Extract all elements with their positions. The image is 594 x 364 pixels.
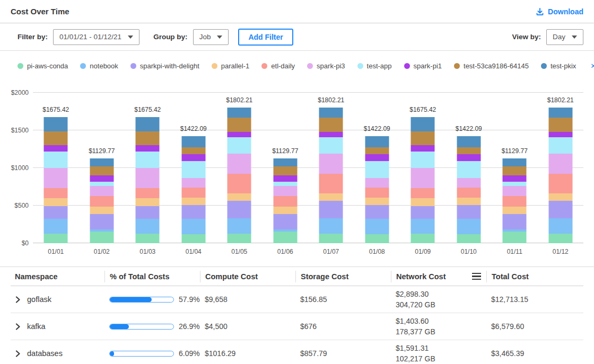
stacked-bar[interactable] <box>319 108 343 243</box>
bar-segment-etl-daily[interactable] <box>181 188 205 198</box>
bar-segment-pi-aws-conda[interactable] <box>365 234 389 243</box>
bar-segment-parallel-1[interactable] <box>136 198 160 206</box>
legend-item-etl-daily[interactable]: etl-daily <box>261 62 295 70</box>
bar-segment-sparkpi-with-delight[interactable] <box>181 205 205 219</box>
bar-segment-spark-pi1[interactable] <box>319 132 343 137</box>
bar-segment-test-53ca9186-64145[interactable] <box>90 166 113 175</box>
bar-segment-sparkpi-with-delight[interactable] <box>228 201 251 218</box>
bar-segment-parallel-1[interactable] <box>503 207 527 214</box>
bar-segment-parallel-1[interactable] <box>319 193 343 201</box>
bar-segment-notebook[interactable] <box>228 218 251 233</box>
bar-segment-spark-pi3[interactable] <box>90 186 113 196</box>
bar-segment-spark-pi1[interactable] <box>503 175 527 182</box>
bar-segment-test-pkix[interactable] <box>228 108 251 117</box>
bar-segment-test-app[interactable] <box>90 182 113 187</box>
bar-segment-sparkpi-with-delight[interactable] <box>273 214 297 229</box>
bar-segment-test-pkix[interactable] <box>44 117 68 131</box>
bar-segment-test-53ca9186-64145[interactable] <box>319 118 343 132</box>
bar-segment-etl-daily[interactable] <box>228 174 251 193</box>
bar-segment-spark-pi3[interactable] <box>136 168 160 188</box>
bar-segment-pi-aws-conda[interactable] <box>136 234 160 243</box>
bar-segment-test-app[interactable] <box>503 182 527 187</box>
bar-segment-test-pkix[interactable] <box>503 158 527 167</box>
bar-segment-test-app[interactable] <box>365 161 389 178</box>
bar-segment-spark-pi3[interactable] <box>503 186 527 196</box>
namespace-expand-goflask[interactable]: goflask <box>11 295 104 304</box>
bar-segment-parallel-1[interactable] <box>411 198 435 206</box>
legend-item-notebook[interactable]: notebook <box>80 62 118 70</box>
bar-segment-parallel-1[interactable] <box>44 198 68 206</box>
bar-segment-pi-aws-conda[interactable] <box>228 234 251 243</box>
bar-segment-etl-daily[interactable] <box>319 174 343 193</box>
bar-segment-test-app[interactable] <box>228 137 251 154</box>
bar-segment-spark-pi1[interactable] <box>90 175 113 182</box>
bar-segment-pi-aws-conda[interactable] <box>411 234 435 243</box>
bar-segment-test-pkix[interactable] <box>181 136 205 147</box>
bar-segment-etl-daily[interactable] <box>503 196 527 207</box>
bar-segment-pi-aws-conda[interactable] <box>457 234 481 243</box>
bar-segment-test-53ca9186-64145[interactable] <box>44 131 68 145</box>
stacked-bar[interactable] <box>548 108 572 243</box>
bar-segment-parallel-1[interactable] <box>90 207 113 214</box>
bar-segment-spark-pi1[interactable] <box>411 145 435 151</box>
bar-segment-spark-pi1[interactable] <box>181 154 205 161</box>
bar-segment-parallel-1[interactable] <box>548 193 572 201</box>
bar-segment-spark-pi3[interactable] <box>273 186 297 196</box>
bar-segment-spark-pi3[interactable] <box>411 168 435 188</box>
bar-segment-spark-pi1[interactable] <box>457 154 481 161</box>
bar-segment-test-app[interactable] <box>44 152 68 168</box>
bar-segment-test-53ca9186-64145[interactable] <box>503 166 527 175</box>
view-by-select[interactable]: Day <box>546 29 583 45</box>
bar-segment-sparkpi-with-delight[interactable] <box>319 201 343 218</box>
bar-segment-spark-pi3[interactable] <box>457 178 481 188</box>
bar-segment-test-pkix[interactable] <box>365 136 389 147</box>
bar-segment-spark-pi3[interactable] <box>548 154 572 174</box>
bar-segment-test-pkix[interactable] <box>273 158 297 167</box>
download-button[interactable]: Download <box>536 7 583 16</box>
bar-segment-parallel-1[interactable] <box>365 198 389 205</box>
bar-segment-sparkpi-with-delight[interactable] <box>90 214 113 229</box>
bar-segment-spark-pi3[interactable] <box>319 154 343 174</box>
stacked-bar[interactable] <box>181 136 205 243</box>
date-range-select[interactable]: 01/01/21 - 01/12/21 <box>53 29 139 45</box>
bar-segment-spark-pi3[interactable] <box>44 168 68 188</box>
legend-item-sparkpi-with-delight[interactable]: sparkpi-with-delight <box>130 62 199 70</box>
bar-segment-notebook[interactable] <box>411 219 435 234</box>
bar-segment-test-53ca9186-64145[interactable] <box>273 166 297 175</box>
bar-segment-test-53ca9186-64145[interactable] <box>365 147 389 154</box>
bar-segment-test-53ca9186-64145[interactable] <box>181 147 205 154</box>
bar-segment-sparkpi-with-delight[interactable] <box>365 205 389 219</box>
bar-segment-spark-pi1[interactable] <box>228 132 251 137</box>
bar-segment-notebook[interactable] <box>319 218 343 233</box>
bar-segment-etl-daily[interactable] <box>411 188 435 198</box>
bar-segment-notebook[interactable] <box>548 218 572 233</box>
bar-segment-spark-pi1[interactable] <box>44 145 68 151</box>
bar-segment-sparkpi-with-delight[interactable] <box>44 206 68 219</box>
bar-segment-test-app[interactable] <box>319 137 343 154</box>
bar-segment-pi-aws-conda[interactable] <box>44 234 68 243</box>
bar-segment-sparkpi-with-delight[interactable] <box>136 206 160 219</box>
stacked-bar[interactable] <box>44 117 68 243</box>
bar-segment-test-pkix[interactable] <box>457 136 481 147</box>
stacked-bar[interactable] <box>365 136 389 243</box>
bar-segment-test-pkix[interactable] <box>136 117 160 131</box>
bar-segment-test-pkix[interactable] <box>548 108 572 117</box>
bar-segment-pi-aws-conda[interactable] <box>548 234 572 243</box>
legend-item-pi-aws-conda[interactable]: pi-aws-conda <box>18 62 68 70</box>
bar-segment-pi-aws-conda[interactable] <box>319 234 343 243</box>
bar-segment-etl-daily[interactable] <box>90 196 113 207</box>
bar-segment-pi-aws-conda[interactable] <box>181 234 205 243</box>
bar-segment-spark-pi1[interactable] <box>136 145 160 151</box>
legend-item-spark-pi3[interactable]: spark-pi3 <box>307 62 345 70</box>
bar-segment-etl-daily[interactable] <box>548 174 572 193</box>
bar-segment-sparkpi-with-delight[interactable] <box>457 205 481 219</box>
bar-segment-notebook[interactable] <box>457 219 481 235</box>
bar-segment-parallel-1[interactable] <box>228 193 251 201</box>
bar-segment-spark-pi1[interactable] <box>548 132 572 137</box>
stacked-bar[interactable] <box>136 117 160 243</box>
legend-item-spark-pi1[interactable]: spark-pi1 <box>404 62 442 70</box>
bar-segment-parallel-1[interactable] <box>273 207 297 214</box>
bar-segment-spark-pi3[interactable] <box>228 154 251 174</box>
bar-segment-notebook[interactable] <box>44 219 68 234</box>
stacked-bar[interactable] <box>457 136 481 243</box>
